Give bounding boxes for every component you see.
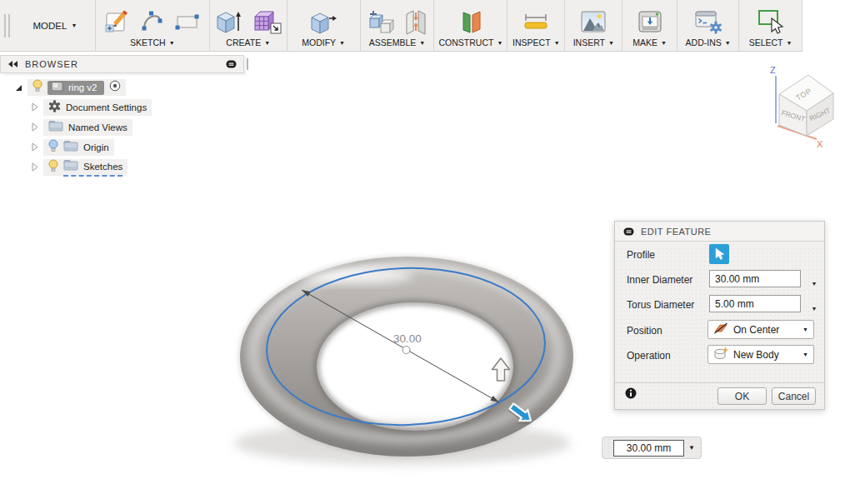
measure-icon[interactable] <box>521 8 551 35</box>
menu-inspect[interactable]: INSPECT ▼ <box>512 37 559 47</box>
expand-triangle-icon[interactable] <box>15 80 22 95</box>
caret-down-icon: ▼ <box>802 327 808 332</box>
menu-make[interactable]: MAKE ▼ <box>632 37 667 47</box>
fusion-window: MODEL ▼ <box>0 0 855 504</box>
scripts-addins-icon[interactable] <box>693 8 723 35</box>
extrude-up-manipulator[interactable] <box>492 358 510 381</box>
toolbar-group-assemble: ASSEMBLE ▼ <box>361 0 434 51</box>
caret-down-icon: ▼ <box>264 40 270 46</box>
collapse-panel-icon[interactable] <box>8 57 18 72</box>
chevron-right-icon[interactable] <box>32 140 38 155</box>
menu-addins[interactable]: ADD-INS ▼ <box>686 37 731 47</box>
menu-construct[interactable]: CONSTRUCT ▼ <box>438 37 502 47</box>
toolbar-group-sketch: SKETCH ▼ <box>96 0 209 51</box>
position-label: Position <box>627 325 662 337</box>
tree-item-origin[interactable]: Origin <box>43 139 114 156</box>
caret-down-icon: ▼ <box>661 40 667 46</box>
chevron-right-icon[interactable] <box>32 120 38 135</box>
cursor-icon <box>714 247 725 261</box>
torus-diameter-input[interactable] <box>709 295 801 312</box>
menu-sketch[interactable]: SKETCH ▼ <box>130 37 175 47</box>
toolbar-group-construct: CONSTRUCT ▼ <box>434 0 507 51</box>
caret-down-icon: ▼ <box>787 40 792 46</box>
new-body-icon <box>713 347 728 363</box>
caret-down-icon: ▼ <box>554 40 560 46</box>
dialog-header[interactable]: EDIT FEATURE <box>615 222 824 242</box>
insert-image-icon[interactable] <box>579 8 608 35</box>
floating-dimension-box: ▼ <box>602 437 702 459</box>
workspace-switcher[interactable]: MODEL ▼ <box>15 0 95 51</box>
menu-create[interactable]: CREATE ▼ <box>226 37 270 47</box>
joint-icon[interactable] <box>403 8 428 35</box>
construction-plane-icon[interactable] <box>457 8 485 35</box>
viewport-3d-scene: 30.00 <box>221 237 604 487</box>
torus-inner-shade <box>317 302 513 431</box>
extrude-icon[interactable] <box>214 8 244 35</box>
sketch-rectangle-icon[interactable] <box>174 8 201 35</box>
profile-select-button[interactable] <box>709 244 729 264</box>
lattice-icon[interactable] <box>252 8 282 35</box>
toolbar-group-modify: MODIFY ▼ <box>288 0 360 51</box>
torus-diameter-label: Torus Diameter <box>627 299 694 311</box>
ok-button[interactable]: OK <box>718 387 767 405</box>
operation-select[interactable]: New Body ▼ <box>708 345 814 364</box>
visibility-bulb-icon[interactable] <box>48 159 58 176</box>
caret-down-icon: ▼ <box>339 40 345 46</box>
toolbar-group-create: CREATE ▼ <box>210 0 287 51</box>
tree-row-origin: Origin <box>32 139 114 156</box>
toolbar: MODEL ▼ <box>0 0 802 52</box>
folder-icon <box>63 159 78 174</box>
menu-modify[interactable]: MODIFY ▼ <box>302 37 345 47</box>
folder-icon <box>48 120 63 135</box>
caret-down-icon[interactable]: ▼ <box>688 445 695 452</box>
inner-diameter-input[interactable] <box>709 270 801 287</box>
visibility-bulb-icon[interactable] <box>32 79 42 96</box>
component-icon <box>51 80 64 95</box>
dimension-center-point[interactable] <box>402 347 410 354</box>
create-sketch-icon[interactable] <box>104 8 131 35</box>
press-pull-icon[interactable] <box>308 8 338 35</box>
toolbar-drag-handle[interactable] <box>0 0 15 51</box>
3d-print-icon[interactable] <box>636 8 664 35</box>
visibility-bulb-icon[interactable] <box>48 139 58 156</box>
toolbar-group-make: MAKE ▼ <box>622 0 677 51</box>
z-axis-label: Z <box>770 65 776 75</box>
tree-row-sketches: Sketches <box>32 159 128 176</box>
inner-diameter-dropdown[interactable]: ▼ <box>808 274 821 289</box>
tree-item-sketches[interactable]: Sketches <box>43 159 128 176</box>
tree-item-named-views[interactable]: Named Views <box>43 119 132 136</box>
caret-down-icon: ▼ <box>169 40 175 46</box>
caret-down-icon: ▼ <box>419 40 425 46</box>
menu-insert[interactable]: INSERT ▼ <box>573 37 614 47</box>
toolbar-group-inspect: INSPECT ▼ <box>508 0 564 51</box>
position-select[interactable]: On Center ▼ <box>708 320 814 339</box>
caret-down-icon: ▼ <box>497 40 502 46</box>
dialog-divider <box>615 382 824 383</box>
toolbar-group-addins: ADD-INS ▼ <box>678 0 738 51</box>
activate-radio-icon[interactable] <box>109 80 121 95</box>
diameter-value-input[interactable] <box>613 440 684 457</box>
browser-header: BROWSER <box>0 55 244 73</box>
new-component-icon[interactable] <box>367 8 395 35</box>
browser-title: BROWSER <box>25 59 226 69</box>
toolbar-group-insert: INSERT ▼ <box>565 0 622 51</box>
menu-select[interactable]: SELECT ▼ <box>749 37 792 47</box>
info-icon[interactable] <box>625 387 637 402</box>
toolbar-group-select: SELECT ▼ <box>739 0 802 51</box>
cancel-button[interactable]: Cancel <box>772 387 816 405</box>
sketch-arc-icon[interactable] <box>139 8 166 35</box>
tree-row-ring: ring v2 <box>15 79 126 96</box>
dimension-value-label[interactable]: 30.00 <box>393 332 422 345</box>
workspace-label: MODEL <box>33 21 68 31</box>
select-icon[interactable] <box>757 8 785 35</box>
panel-resize-grip[interactable] <box>247 58 248 70</box>
panel-menu-icon[interactable] <box>226 57 237 72</box>
torus-diameter-dropdown[interactable]: ▼ <box>808 299 821 314</box>
menu-assemble[interactable]: ASSEMBLE ▼ <box>369 37 426 47</box>
chevron-right-icon[interactable] <box>32 100 38 115</box>
drop-target-highlight: Sketches <box>63 159 122 177</box>
component-ring-v2[interactable]: ring v2 <box>48 81 104 95</box>
chevron-right-icon[interactable] <box>32 160 38 175</box>
gear-icon <box>48 100 61 116</box>
tree-item-document-settings[interactable]: Document Settings <box>43 99 152 116</box>
